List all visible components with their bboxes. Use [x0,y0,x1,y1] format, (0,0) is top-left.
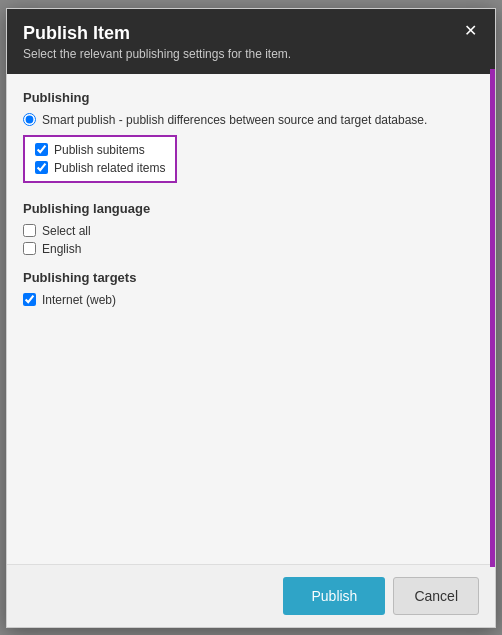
english-checkbox[interactable] [23,242,36,255]
internet-web-checkbox[interactable] [23,293,36,306]
internet-web-row: Internet (web) [23,293,479,307]
publish-related-items-checkbox[interactable] [35,161,48,174]
dialog-footer: Publish Cancel [7,564,495,627]
dialog-subtitle: Select the relevant publishing settings … [23,47,291,61]
dialog-header: Publish Item Select the relevant publish… [7,9,495,74]
publish-related-items-label: Publish related items [54,161,165,175]
cancel-button[interactable]: Cancel [393,577,479,615]
publish-item-dialog: Publish Item Select the relevant publish… [6,8,496,628]
publishing-targets-section-title: Publishing targets [23,270,479,285]
internet-web-label: Internet (web) [42,293,116,307]
smart-publish-label: Smart publish - publish differences betw… [42,113,427,127]
dialog-title: Publish Item [23,23,130,43]
publish-subitems-label: Publish subitems [54,143,145,157]
publishing-section-title: Publishing [23,90,479,105]
smart-publish-radio-row: Smart publish - publish differences betw… [23,113,479,127]
smart-publish-radio[interactable] [23,113,36,126]
english-label: English [42,242,81,256]
publish-options-highlighted-group: Publish subitems Publish related items [23,135,177,183]
right-accent-bar [490,69,495,567]
publish-button[interactable]: Publish [283,577,385,615]
select-all-label: Select all [42,224,91,238]
publish-related-items-row: Publish related items [35,161,165,175]
select-all-row: Select all [23,224,479,238]
close-button[interactable]: ✕ [458,19,483,42]
dialog-body: Publishing Smart publish - publish diffe… [7,74,495,564]
select-all-checkbox[interactable] [23,224,36,237]
publishing-language-section-title: Publishing language [23,201,479,216]
publish-subitems-row: Publish subitems [35,143,165,157]
english-row: English [23,242,479,256]
publish-subitems-checkbox[interactable] [35,143,48,156]
